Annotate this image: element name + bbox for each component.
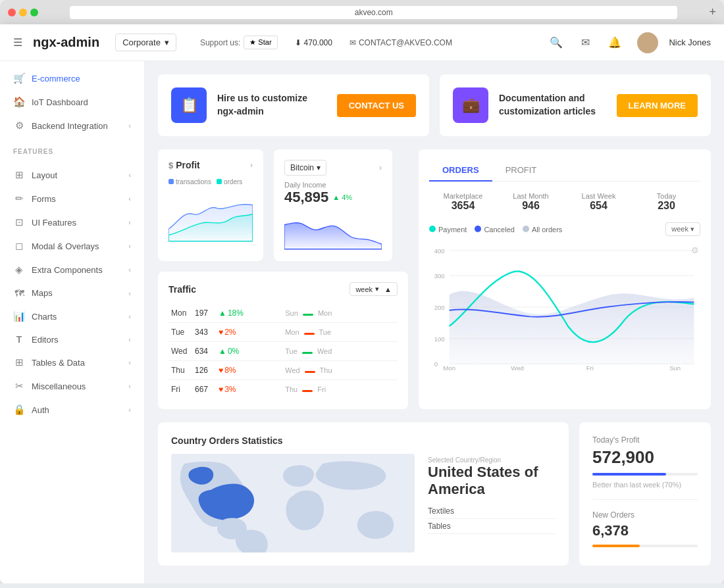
profit-chart — [168, 191, 253, 243]
bitcoin-card: Bitcoin ▾ › Daily Income 45,895 ▲ 4% — [274, 149, 392, 261]
sidebar-label: Layout — [32, 170, 57, 180]
svg-text:200: 200 — [434, 304, 445, 311]
username: Nick Jones — [669, 37, 711, 47]
sidebar-label: Miscellaneous — [32, 381, 86, 391]
orders-stats: Marketplace 3654 Last Month 946 Last Wee… — [429, 192, 700, 212]
chevron-icon: ‹ — [128, 382, 131, 390]
country-name: United States of America — [428, 464, 556, 499]
search-icon[interactable]: 🔍 — [550, 36, 563, 49]
sidebar-item-ui-features[interactable]: ⊡ UI Features ‹ — [0, 210, 144, 234]
traffic-num: 343 — [192, 323, 216, 342]
banner-title-customize: Hire us to customize ngx-admin — [217, 92, 326, 118]
chevron-icon: ‹ — [128, 289, 131, 297]
sidebar-item-maps[interactable]: 🗺 Maps ‹ — [0, 282, 144, 305]
star-button[interactable]: ★ Star — [244, 36, 277, 49]
sidebar-item-ecommerce[interactable]: 🛒 E-commerce — [0, 66, 144, 90]
banner-title-docs: Documentation and customization articles — [499, 92, 606, 118]
traffic-num: 634 — [192, 342, 216, 361]
sidebar-item-editors[interactable]: T Editors ‹ — [0, 328, 144, 351]
sidebar-item-auth[interactable]: 🔒 Auth ‹ — [0, 398, 144, 422]
bitcoin-dropdown[interactable]: Bitcoin ▾ — [284, 160, 326, 176]
profit-more[interactable]: › — [250, 160, 253, 170]
sidebar-label: Tables & Data — [32, 358, 85, 368]
stat-marketplace: Marketplace 3654 — [429, 192, 497, 212]
collapse-icon[interactable]: ▲ — [384, 285, 392, 293]
traffic-day: Wed — [168, 342, 192, 361]
traffic-mini: Thu Fri — [282, 380, 398, 399]
profit-card: $ Profit › transactions orders — [158, 149, 263, 261]
contact-section: ✉ CONTACT@AKVEO.COM — [349, 38, 452, 47]
sidebar-item-extra[interactable]: ◈ Extra Components ‹ — [0, 258, 144, 282]
daily-income-row: 45,895 ▲ 4% — [284, 189, 382, 206]
sidebar-item-backend[interactable]: ⚙ Backend Integration ‹ — [0, 114, 144, 137]
todays-profit-value: 572,900 — [592, 447, 698, 468]
maximize-dot[interactable] — [30, 9, 38, 16]
chevron-icon: ‹ — [128, 312, 131, 320]
traffic-row-wed: Wed 634 ▲ 0% Tue Wed — [168, 342, 398, 361]
minimize-dot[interactable] — [19, 9, 27, 16]
sidebar-item-misc[interactable]: ✂ Miscellaneous ‹ — [0, 374, 144, 398]
svg-text:Fri: Fri — [586, 364, 594, 372]
brand-name: ngx-admin — [33, 35, 99, 50]
features-category: FEATURES — [0, 143, 144, 158]
bitcoin-more[interactable]: › — [379, 163, 382, 172]
sidebar-label: Forms — [32, 194, 56, 204]
chevron-down-icon: ▾ — [165, 37, 169, 47]
modal-icon: ◻ — [13, 240, 25, 252]
profit-bar-fill — [592, 473, 666, 476]
browser-chrome: akveo.com + — [0, 0, 724, 24]
avatar[interactable] — [637, 32, 658, 53]
svg-text:100: 100 — [434, 335, 445, 343]
sidebar-item-iot[interactable]: 🏠 IoT Dashboard — [0, 90, 144, 114]
sidebar-item-layout[interactable]: ⊞ Layout ‹ — [0, 163, 144, 187]
divider — [592, 499, 698, 500]
svg-text:Sun: Sun — [669, 364, 681, 372]
sidebar-item-tables[interactable]: ⊞ Tables & Data ‹ — [0, 351, 144, 374]
stat-last-month: Last Month 946 — [497, 192, 565, 212]
tab-profit[interactable]: PROFIT — [492, 160, 550, 182]
sidebar-label: E-commerce — [32, 74, 80, 84]
app-window: ☰ ngx-admin Corporate ▾ Support us: ★ St… — [0, 24, 724, 583]
messages-icon[interactable]: ✉ — [581, 36, 590, 49]
chevron-icon: ‹ — [128, 171, 131, 179]
theme-dropdown[interactable]: Corporate ▾ — [115, 34, 176, 51]
address-bar[interactable]: akveo.com — [70, 6, 677, 19]
contact-us-button[interactable]: CONTACT US — [337, 94, 416, 117]
chevron-icon: ‹ — [128, 335, 131, 343]
bitcoin-chart — [284, 211, 382, 251]
traffic-day: Fri — [168, 380, 192, 399]
charts-icon: 📊 — [13, 310, 25, 322]
sidebar: 🛒 E-commerce 🏠 IoT Dashboard ⚙ Backend I… — [0, 61, 145, 583]
notifications-icon[interactable]: 🔔 — [608, 36, 621, 49]
banner-card-right: 💼 Documentation and customization articl… — [440, 74, 711, 136]
learn-more-button[interactable]: LEARN MORE — [617, 94, 698, 117]
sidebar-item-modal[interactable]: ◻ Modal & Overlays ‹ — [0, 234, 144, 258]
close-dot[interactable] — [8, 9, 16, 16]
iot-icon: 🏠 — [13, 96, 25, 108]
orders-week-select[interactable]: week ▾ — [665, 222, 700, 236]
traffic-row-tue: Tue 343 ♥ 2% Mon Tue — [168, 323, 398, 342]
chevron-icon: ‹ — [128, 195, 131, 203]
menu-icon[interactable]: ☰ — [13, 36, 22, 49]
traffic-pct: ♥ 2% — [216, 323, 282, 342]
svg-text:⚙: ⚙ — [691, 245, 699, 255]
editors-icon: T — [13, 334, 25, 345]
traffic-num: 197 — [192, 304, 216, 323]
country-info: Selected Country/Region United States of… — [428, 454, 556, 552]
download-icon: ⬇ — [295, 38, 301, 47]
new-orders-label: New Orders — [592, 510, 698, 520]
sidebar-label: Charts — [32, 312, 57, 322]
tab-orders[interactable]: ORDERS — [429, 160, 492, 182]
bitcoin-percent: ▲ 4% — [332, 193, 352, 201]
chevron-icon: ‹ — [128, 406, 131, 414]
category-textiles: Textiles — [428, 504, 556, 519]
sidebar-item-charts[interactable]: 📊 Charts ‹ — [0, 305, 144, 328]
add-tab-button[interactable]: + — [709, 5, 716, 19]
sidebar-item-forms[interactable]: ✏ Forms ‹ — [0, 187, 144, 210]
new-orders-value: 6,378 — [592, 522, 698, 539]
svg-point-1 — [641, 45, 654, 53]
mid-row: $ Profit › transactions orders — [158, 149, 711, 409]
auth-icon: 🔒 — [13, 404, 25, 416]
traffic-week-select[interactable]: week ▾ ▲ — [349, 282, 398, 296]
traffic-mini: Sun Mon — [282, 304, 398, 323]
